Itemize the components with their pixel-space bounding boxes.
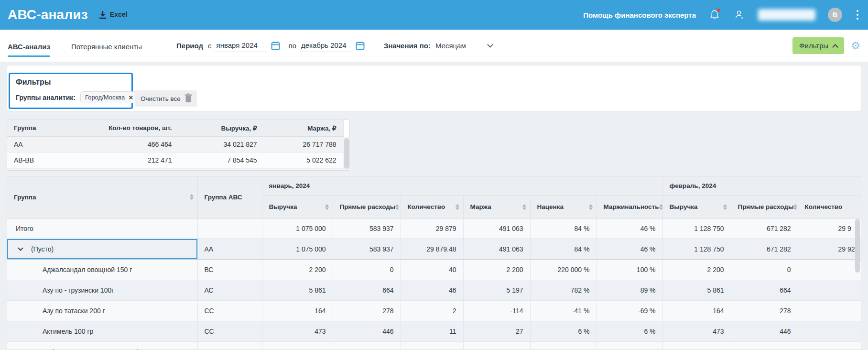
period-label: Период [176, 42, 203, 50]
column-header[interactable]: Количество [401, 196, 463, 218]
value-cell: 29 879.48 [401, 239, 463, 259]
filters-button-label: Фильтры [799, 42, 828, 50]
add-user-icon [734, 9, 745, 21]
tab-abc-analysis[interactable]: АВС-анализ [8, 31, 50, 61]
sort-icon[interactable] [659, 204, 663, 210]
column-header[interactable]: Количество [798, 196, 861, 218]
sort-icon[interactable] [522, 204, 526, 210]
table-row[interactable]: Бефстроганов из говядины 50/50АС7 772737… [7, 341, 861, 350]
financial-expert-help-link[interactable]: Помощь финансового эксперта [583, 11, 696, 19]
abc-group-cell [197, 218, 262, 239]
value-cell: 1 075 000 [262, 239, 333, 259]
value-cell: 46 % [597, 239, 662, 259]
filter-chip-city-moscow[interactable]: Город/Москва × [80, 91, 138, 103]
filters-button[interactable]: Фильтры [792, 37, 844, 54]
summary-header-cell: Кол-во товаров, шт. [94, 120, 179, 136]
summary-scrollbar-thumb[interactable] [344, 138, 349, 169]
table-row[interactable]: Азу по татаски 200 гСС1642782-114-41 %-6… [7, 300, 861, 321]
value-cell: 46 % [597, 218, 662, 239]
value-cell: 671 282 [731, 218, 798, 239]
filters-title: Фильтры [16, 78, 126, 87]
trash-icon [184, 93, 193, 104]
value-cell: 2 [401, 300, 463, 321]
period-from-input[interactable]: января 2024 [216, 40, 267, 52]
table-row[interactable]: (Пусто)АА1 075 000583 93729 879.48491 06… [7, 239, 861, 259]
sort-icon[interactable] [589, 204, 593, 210]
value-cell: 7 035 [463, 341, 530, 350]
summary-cell: 7 854 545 [179, 152, 264, 168]
value-cell: 7 772 [262, 341, 333, 350]
value-cell: -41 % [530, 300, 597, 321]
invite-user-button[interactable] [733, 9, 746, 21]
value-cell [798, 341, 861, 350]
avatar[interactable]: В [828, 8, 842, 22]
value-cell [798, 321, 861, 341]
excel-label: Excel [110, 11, 128, 20]
sort-icon[interactable] [723, 204, 727, 210]
value-cell: 491 063 [463, 218, 530, 239]
summary-cell: 34 021 827 [179, 136, 264, 152]
table-row[interactable]: Аджалсандал овощной 150 гВС2 2000402 200… [7, 259, 861, 280]
value-cell: 67 [401, 341, 463, 350]
value-cell: 782 % [530, 280, 597, 300]
value-cell: 671 282 [731, 239, 798, 259]
column-header[interactable]: Прямые расходы [731, 196, 798, 218]
value-cell: 27 [463, 321, 530, 341]
table-row[interactable]: Азу по - грузински 100гАС5 861664465 197… [7, 280, 861, 300]
row-name-group[interactable]: (Пусто) [7, 239, 197, 259]
sort-icon[interactable] [325, 204, 329, 210]
calendar-to-icon[interactable] [356, 41, 365, 50]
value-cell: 164 [662, 300, 731, 321]
table-row[interactable]: Итого1 075 000583 93729 879491 06384 %46… [7, 218, 861, 239]
chip-remove-icon[interactable]: × [129, 94, 133, 101]
column-header[interactable]: Маржа [463, 196, 530, 218]
value-cell: 2 200 [662, 259, 731, 280]
calendar-from-icon[interactable] [271, 41, 280, 50]
row-name-product: Азу по татаски 200 г [7, 300, 197, 321]
column-header[interactable]: Наценка [530, 196, 597, 218]
sort-icon[interactable] [190, 194, 194, 200]
value-cell: 2 200 [262, 259, 333, 280]
sort-icon[interactable] [793, 204, 797, 210]
value-cell: 29 92 [798, 239, 861, 259]
summary-scrollbar-track [343, 137, 349, 170]
summary-cell: 466 464 [94, 136, 179, 152]
column-header-group[interactable]: Группа [7, 176, 197, 218]
analytics-group-label: Группы аналитик: [16, 94, 76, 101]
page-title: АВС-анализ [8, 7, 88, 22]
value-cell: 84 % [530, 218, 597, 239]
value-cell: 0 [731, 259, 798, 280]
column-header[interactable]: Выручка [262, 196, 333, 218]
notifications-bell-icon[interactable] [708, 9, 721, 21]
month-group-header: январь, 2024 [262, 176, 662, 196]
sort-icon[interactable] [456, 204, 459, 210]
main-table: ГруппаГруппа АВСянварь, 2024февраль, 202… [7, 176, 861, 350]
settings-gear-icon[interactable]: ⚙ [851, 41, 860, 51]
period-to-input[interactable]: декабрь 2024 [300, 40, 352, 52]
sort-icon[interactable] [395, 204, 399, 210]
main-scrollbar-thumb[interactable] [855, 219, 860, 273]
table-row[interactable]: АВ-ВВ212 4717 854 5455 022 622 [7, 152, 343, 168]
value-cell: 491 063 [463, 239, 530, 259]
value-cell: 473 [662, 321, 731, 341]
summary-cell: 5 022 622 [264, 152, 343, 168]
chevron-up-icon [832, 44, 838, 50]
column-header[interactable]: Прямые расходы [333, 196, 401, 218]
table-row[interactable]: АА466 46434 021 82726 717 788 [7, 136, 343, 152]
value-cell: -114 [463, 300, 530, 321]
column-header-abc-group[interactable]: Группа АВС [197, 176, 262, 218]
column-header[interactable]: Выручка [662, 196, 731, 218]
tab-lost-clients[interactable]: Потерянные клиенты [71, 31, 142, 61]
excel-export-button[interactable]: Excel [98, 10, 128, 20]
expand-chevron-icon[interactable] [18, 245, 23, 251]
column-header[interactable]: Маржинальность [597, 196, 662, 218]
table-row[interactable]: Актимель 100 грСС47344611276 %6 %473446 [7, 321, 861, 341]
value-cell: 664 [333, 280, 401, 300]
value-cell: 446 [333, 321, 401, 341]
values-by-select[interactable]: Месяцам [435, 42, 492, 50]
value-cell [798, 280, 861, 300]
clear-all-filters-button[interactable]: Очистить все [135, 90, 197, 107]
value-cell: 89 % [597, 280, 662, 300]
kebab-menu-icon[interactable] [855, 8, 860, 22]
value-cell: 5 197 [463, 280, 530, 300]
